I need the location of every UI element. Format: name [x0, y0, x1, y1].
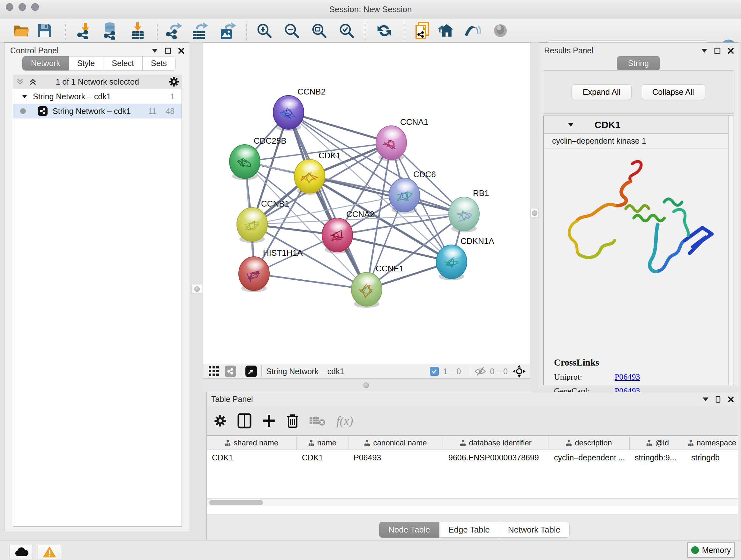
crosslink-link[interactable]: P06493	[615, 372, 640, 382]
node-table[interactable]: shared namenamecanonical namedatabase id…	[207, 435, 738, 514]
grid-view-icon[interactable]	[209, 366, 219, 377]
export-table-button[interactable]	[191, 22, 209, 40]
node-CDKN1A[interactable]: CDKN1A	[436, 236, 494, 280]
node-RB1[interactable]: RB1	[449, 188, 489, 233]
table-cell[interactable]: stringdb	[686, 450, 738, 465]
network-view-canvas[interactable]: CCNB2CCNA1CDC25BCDK1CDC6RB1CCNB1CCNA2CDK…	[203, 43, 530, 364]
table-cell[interactable]: cyclin–dependent ...	[549, 450, 630, 465]
selected-checkbox-icon[interactable]	[430, 367, 439, 376]
save-session-button[interactable]	[36, 22, 54, 40]
table-cell[interactable]: CDK1	[297, 450, 348, 465]
apply-layout-button[interactable]	[375, 22, 393, 40]
tab-select[interactable]: Select	[104, 56, 142, 71]
network-view-icon[interactable]	[225, 366, 236, 377]
string-network-graph[interactable]: CCNB2CCNA1CDC25BCDK1CDC6RB1CCNB1CCNA2CDK…	[203, 43, 530, 364]
panel-close-icon[interactable]	[178, 48, 185, 54]
tab-style[interactable]: Style	[69, 56, 104, 71]
edge-CCNE1-HIST1H1A[interactable]	[254, 273, 367, 289]
tab-node-table[interactable]: Node Table	[379, 522, 440, 538]
column-header-name[interactable]: name	[297, 436, 348, 449]
left-splitter-handle[interactable]	[192, 284, 202, 294]
pan-crosshair-icon[interactable]	[513, 365, 526, 378]
open-copy-button[interactable]	[414, 22, 431, 40]
import-network-database-button[interactable]	[102, 22, 119, 40]
import-network-file-button[interactable]	[76, 22, 94, 40]
table-h-scrollbar[interactable]	[207, 498, 738, 506]
network-options-gear-icon[interactable]	[169, 76, 179, 87]
table-options-gear-icon[interactable]	[214, 415, 226, 427]
results-scrollbar[interactable]	[728, 116, 733, 385]
collection-label: String Network – cdk1	[33, 92, 111, 101]
add-column-icon[interactable]	[262, 414, 276, 428]
node-CDC25B[interactable]: CDC25B	[229, 136, 286, 180]
node-CCNB1[interactable]: CCNB1	[237, 199, 289, 243]
panel-menu-icon[interactable]	[152, 49, 158, 53]
open-session-button[interactable]	[13, 22, 30, 40]
table-cell[interactable]: CDK1	[207, 450, 297, 465]
warning-status-button[interactable]	[38, 545, 61, 559]
open-folder-icon	[13, 23, 30, 38]
table-row[interactable]: CDK1CDK1P064939606.ENSP00000378699cyclin…	[207, 450, 738, 465]
zoom-selected-icon	[338, 22, 355, 39]
import-table-button[interactable]	[129, 22, 147, 40]
tab-edge-table[interactable]: Edge Table	[440, 522, 499, 538]
table-h-scroll-thumb[interactable]	[209, 500, 263, 505]
node-CCNB2[interactable]: CCNB2	[273, 87, 326, 131]
tab-sets[interactable]: Sets	[143, 56, 176, 71]
panel-float-icon[interactable]	[165, 48, 171, 54]
network-collection-row[interactable]: String Network – cdk1 1	[13, 89, 182, 104]
node-CCNA1[interactable]: CCNA1	[376, 117, 428, 161]
zoom-in-button[interactable]	[255, 22, 273, 40]
network-row[interactable]: String Network – cdk1 11 48	[13, 104, 182, 118]
expand-all-button[interactable]: Expand All	[571, 84, 631, 100]
column-header-canonical-name[interactable]: canonical name	[348, 436, 443, 449]
tab-network-table[interactable]: Network Table	[499, 522, 569, 538]
panel-menu-icon[interactable]	[701, 49, 707, 53]
panel-float-icon[interactable]	[716, 396, 721, 403]
show-home-button[interactable]	[438, 22, 456, 40]
panel-close-icon[interactable]	[728, 396, 734, 402]
zoom-out-button[interactable]	[283, 22, 300, 40]
column-header-database-identifier[interactable]: database identifier	[443, 436, 549, 449]
edge-CCNA2-CDKN1A[interactable]	[337, 235, 452, 262]
zoom-fit-button[interactable]	[310, 22, 328, 40]
tab-network[interactable]: Network	[22, 56, 69, 71]
node-CDK1[interactable]: CDK1	[294, 151, 340, 195]
panel-float-icon[interactable]	[714, 48, 721, 54]
panel-menu-icon[interactable]	[703, 397, 709, 401]
protein-expander-icon[interactable]	[568, 123, 574, 127]
hide-graphics-button[interactable]	[463, 22, 481, 40]
table-cell[interactable]: 9606.ENSP00000378699	[443, 450, 549, 465]
edge-CCNB2-CCNA1[interactable]	[288, 112, 391, 143]
node-HIST1H1A[interactable]: HIST1H1A	[239, 248, 303, 292]
import-network-icon	[76, 22, 93, 39]
export-image-button[interactable]	[219, 22, 237, 40]
right-splitter-handle[interactable]	[530, 208, 539, 218]
horizontal-splitter[interactable]	[203, 379, 530, 392]
collapse-all-button[interactable]: Collapse All	[641, 84, 705, 100]
column-header-namespace[interactable]: namespace	[686, 436, 738, 449]
hidden-eye-icon[interactable]	[475, 367, 486, 376]
table-cell[interactable]: P06493	[348, 450, 443, 465]
status-bar: Memory	[0, 540, 741, 560]
cloud-status-button[interactable]	[10, 545, 33, 559]
column-header-shared-name[interactable]: shared name	[207, 436, 297, 449]
collection-expander-icon[interactable]	[22, 95, 27, 98]
memory-button[interactable]: Memory	[687, 543, 735, 558]
node-label-CDC6: CDC6	[413, 170, 436, 179]
delete-column-icon[interactable]	[286, 414, 299, 428]
column-header-description[interactable]: description	[549, 436, 630, 449]
panel-close-icon[interactable]	[728, 48, 734, 54]
column-header--id[interactable]: @id	[630, 436, 686, 449]
tab-string[interactable]: String	[617, 56, 660, 71]
node-CCNE1[interactable]: CCNE1	[351, 264, 404, 308]
export-network-button[interactable]	[165, 22, 183, 40]
protein-header-row[interactable]: CDK1	[544, 116, 733, 134]
node-CDC6[interactable]: CDC6	[389, 170, 436, 213]
birds-eye-view-icon[interactable]	[246, 366, 257, 377]
render-detail-button[interactable]	[491, 22, 509, 40]
table-cell[interactable]: stringdb:9...	[630, 450, 686, 465]
zoom-selected-button[interactable]	[338, 22, 355, 40]
edge-CCNB2-CCNE1[interactable]	[288, 112, 367, 289]
show-columns-icon[interactable]	[238, 413, 252, 428]
